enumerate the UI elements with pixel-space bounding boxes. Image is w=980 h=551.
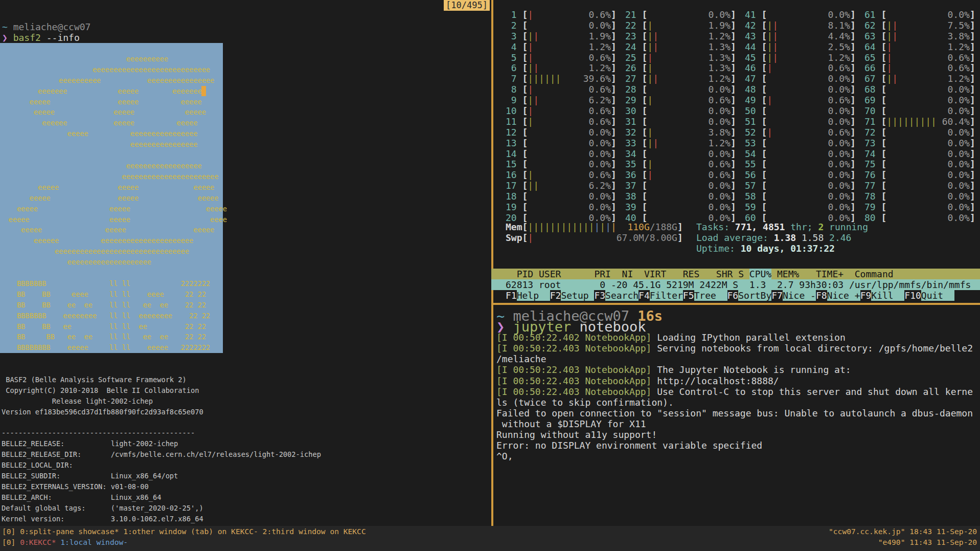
tab-counter-badge[interactable]: [10/495] bbox=[444, 0, 490, 11]
fkey-item-f2[interactable]: F2Setup bbox=[550, 290, 595, 301]
meter-bar: | bbox=[767, 31, 772, 41]
status-line-inner-session[interactable]: [0] 0:split-pane showcase* 1:other windo… bbox=[0, 526, 980, 537]
meter-bars: | bbox=[647, 127, 653, 138]
fkey-item-f6[interactable]: F6SortBy bbox=[727, 290, 772, 301]
meter-bracket: [ bbox=[642, 95, 648, 106]
cpu-percent: 0.0% bbox=[828, 170, 850, 181]
meter-bar: | bbox=[556, 73, 561, 84]
meter-bar: | bbox=[544, 73, 550, 84]
fkey-item-f3[interactable]: F3Search bbox=[594, 290, 639, 301]
meter-bar: | bbox=[886, 62, 892, 73]
cpu-meter: 17[||6.2%] bbox=[506, 181, 625, 191]
meter-bar: | bbox=[533, 222, 539, 232]
fkey-key: F6 bbox=[727, 290, 739, 301]
meter-bar: | bbox=[594, 222, 600, 232]
meter-bracket: [ bbox=[881, 95, 887, 106]
meter-bracket: ] bbox=[611, 84, 617, 95]
cpu-meter: 41[0.0%] bbox=[745, 10, 864, 20]
cpu-number: 72 bbox=[864, 127, 876, 138]
meter-bars: || bbox=[528, 181, 539, 191]
process-table-header[interactable]: PID USER PRI NI VIRT RES SHR S CPU% MEM%… bbox=[491, 269, 980, 279]
cpu-meter: 62[||7.5%] bbox=[864, 20, 980, 31]
fkey-item-f1[interactable]: F1Help bbox=[506, 290, 550, 301]
cpu-number: 13 bbox=[506, 138, 517, 149]
text-segment: [I 00:50:22.402 NotebookApp] bbox=[496, 332, 651, 343]
cpu-number: 9 bbox=[506, 95, 517, 106]
meter-body: 0.0% bbox=[647, 106, 731, 117]
cpu-number: 57 bbox=[745, 181, 756, 191]
cpu-number: 56 bbox=[745, 170, 756, 181]
meter-bracket: [ bbox=[881, 74, 887, 84]
meter-bars: | bbox=[647, 170, 653, 181]
meter-bracket: [ bbox=[642, 181, 648, 191]
status-line-outer-session[interactable]: [0] 0:KEKCC* 1:local window- "e490" 11:4… bbox=[0, 537, 980, 547]
meter-bracket: [ bbox=[881, 117, 887, 127]
meter-bracket: [ bbox=[762, 138, 767, 149]
cpu-meter: 15[0.0%] bbox=[506, 159, 625, 170]
cpu-number: 18 bbox=[506, 191, 517, 202]
cpu-percent: 6.2% bbox=[589, 181, 611, 191]
cpu-number: 70 bbox=[864, 106, 876, 117]
meter-bar: | bbox=[886, 41, 892, 52]
meter-bar: | bbox=[653, 31, 658, 41]
meter-body: 0.0% bbox=[647, 149, 731, 160]
meter-bar: | bbox=[647, 62, 653, 73]
pane-divider-horizontal[interactable] bbox=[491, 303, 980, 305]
cpu-meter: 9[||6.2%] bbox=[506, 95, 625, 106]
cpu-meter: 2[0.0%] bbox=[506, 20, 625, 31]
cpu-meter: 23[||1.2%] bbox=[625, 31, 745, 42]
meter-bracket: [ bbox=[881, 42, 887, 53]
pane-divider-vertical[interactable] bbox=[491, 0, 493, 526]
terminal-line: ❯ jupyter notebook bbox=[496, 321, 980, 332]
header-columns: PID USER PRI NI VIRT RES SHR S bbox=[506, 269, 749, 279]
meter-bar: | bbox=[528, 41, 533, 52]
meter-bracket: [ bbox=[881, 63, 887, 74]
text-segment: without a $DISPLAY for X11 bbox=[496, 418, 646, 429]
fkey-item-f9[interactable]: F9Kill bbox=[860, 290, 905, 301]
cpu-number: 26 bbox=[625, 63, 636, 74]
cpu-meter: 35[|0.6%] bbox=[625, 159, 745, 170]
cpu-number: 11 bbox=[506, 117, 517, 127]
cpu-number: 77 bbox=[864, 181, 876, 191]
meter-bracket: [ bbox=[762, 10, 767, 20]
meter-bracket: ] bbox=[850, 138, 856, 149]
fkey-item-f10[interactable]: F10Quit bbox=[904, 290, 954, 301]
cpu-meter: 3[||1.9%] bbox=[506, 31, 625, 42]
cpu-percent: 0.0% bbox=[709, 10, 731, 20]
cpu-percent: 0.6% bbox=[828, 63, 850, 74]
meter-bracket: [ bbox=[522, 10, 528, 20]
meter-body: |0.6% bbox=[528, 106, 611, 117]
fkey-item-f4[interactable]: F4Filter bbox=[639, 290, 683, 301]
fkey-item-f5[interactable]: F5Tree bbox=[683, 290, 727, 301]
cpu-percent: 0.0% bbox=[709, 117, 731, 127]
meter-bracket: [ bbox=[762, 84, 767, 95]
meter-bar: | bbox=[772, 52, 778, 63]
meter-body: 0.0% bbox=[767, 159, 850, 170]
meter-bracket: [ bbox=[881, 149, 887, 160]
terminal-pane-left[interactable]: ~ meliache@ccw07 ❯ basf2 --info eeeeeeee… bbox=[0, 0, 491, 526]
process-row[interactable]: 62813 root 0 -20 45.1G 5219M 2422M S 1.3… bbox=[491, 279, 980, 290]
meter-bracket: ] bbox=[731, 63, 736, 74]
meter-bracket: ] bbox=[850, 42, 856, 53]
cpu-number: 37 bbox=[625, 181, 636, 191]
terminal-pane-jupyter[interactable]: ~ meliache@ccw07 16s❯ jupyter notebook[I… bbox=[496, 311, 980, 461]
cpu-meter: 22[|1.9%] bbox=[625, 20, 745, 31]
meter-bracket: ] bbox=[731, 149, 736, 160]
fkey-item-f7[interactable]: F7Nice - bbox=[771, 290, 816, 301]
meter-bracket: ] bbox=[970, 181, 975, 191]
text-segment: Use Control-C to stop this server and sh… bbox=[651, 386, 973, 397]
meter-bars: | bbox=[647, 95, 653, 106]
meter-bar: | bbox=[528, 84, 533, 95]
meter-bracket: [ bbox=[881, 31, 887, 42]
meter-bracket: [ bbox=[881, 159, 887, 170]
cpu-meter: 51[0.0%] bbox=[745, 117, 864, 127]
meter-bar: | bbox=[533, 95, 539, 105]
text-segment: Error: no DISPLAY environment variable s… bbox=[496, 440, 762, 451]
cpu-percent: 0.6% bbox=[828, 95, 850, 106]
cpu-meter: 45[||1.2%] bbox=[745, 53, 864, 63]
fkey-item-f8[interactable]: F8Nice + bbox=[816, 290, 860, 301]
cpu-meter: 73[0.0%] bbox=[864, 138, 980, 149]
meter-bracket: ] bbox=[850, 10, 856, 20]
meter-bracket: [ bbox=[642, 74, 648, 84]
sort-column-cpu[interactable]: CPU% bbox=[749, 269, 771, 279]
